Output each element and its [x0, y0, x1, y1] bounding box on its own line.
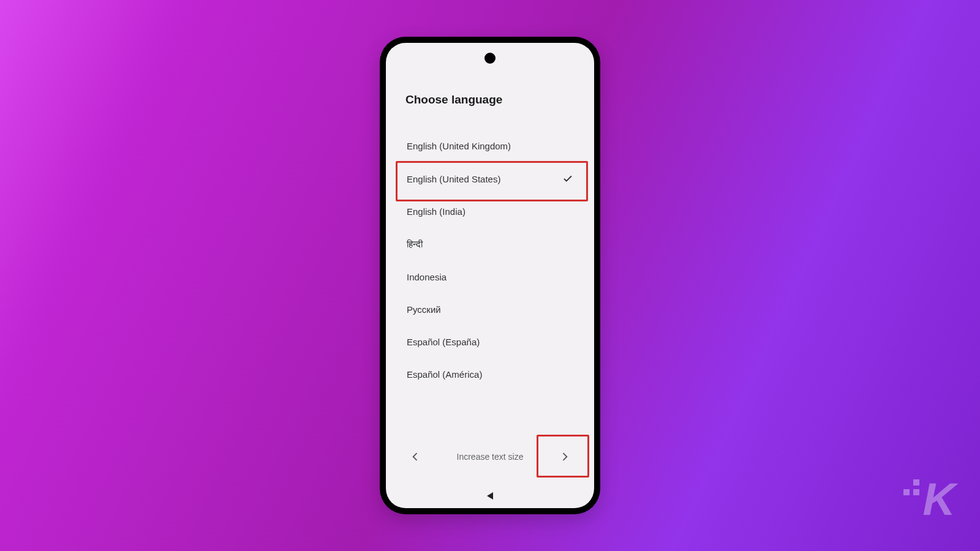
language-label: English (United States): [407, 174, 500, 184]
increase-text-size-label[interactable]: Increase text size: [457, 452, 524, 462]
language-option-english-us[interactable]: English (United States): [399, 162, 581, 195]
phone-screen: Choose language English (United Kingdom)…: [386, 43, 594, 508]
watermark-letter: K: [923, 473, 954, 525]
language-label: हिन्दी: [407, 239, 423, 250]
language-option-spanish-america[interactable]: Español (América): [399, 358, 581, 391]
checkmark-icon: [562, 173, 573, 184]
language-label: Español (América): [407, 369, 482, 380]
watermark-logo: K: [903, 473, 954, 525]
nav-back-icon[interactable]: [487, 492, 493, 500]
back-button[interactable]: [403, 444, 428, 469]
language-list: English (United Kingdom) English (United…: [399, 130, 581, 391]
language-option-english-uk[interactable]: English (United Kingdom): [399, 130, 581, 162]
screen-content: Choose language English (United Kingdom)…: [386, 43, 594, 508]
language-option-hindi[interactable]: हिन्दी: [399, 228, 581, 261]
system-navigation: [386, 492, 594, 500]
language-label: English (United Kingdom): [407, 141, 511, 151]
language-option-russian[interactable]: Русский: [399, 293, 581, 326]
language-option-spanish-spain[interactable]: Español (España): [399, 326, 581, 358]
language-label: Indonesia: [407, 272, 447, 282]
phone-body: Choose language English (United Kingdom)…: [380, 37, 600, 514]
bottom-bar: Increase text size: [399, 437, 581, 476]
page-title: Choose language: [405, 93, 581, 107]
language-label: English (India): [407, 206, 466, 217]
phone-frame: Choose language English (United Kingdom)…: [380, 37, 600, 514]
language-label: Español (España): [407, 337, 480, 347]
language-option-indonesia[interactable]: Indonesia: [399, 261, 581, 293]
watermark-dots-icon: [903, 479, 919, 495]
language-label: Русский: [407, 304, 441, 315]
camera-notch: [484, 53, 496, 64]
language-option-english-india[interactable]: English (India): [399, 195, 581, 228]
next-button[interactable]: [552, 444, 577, 469]
